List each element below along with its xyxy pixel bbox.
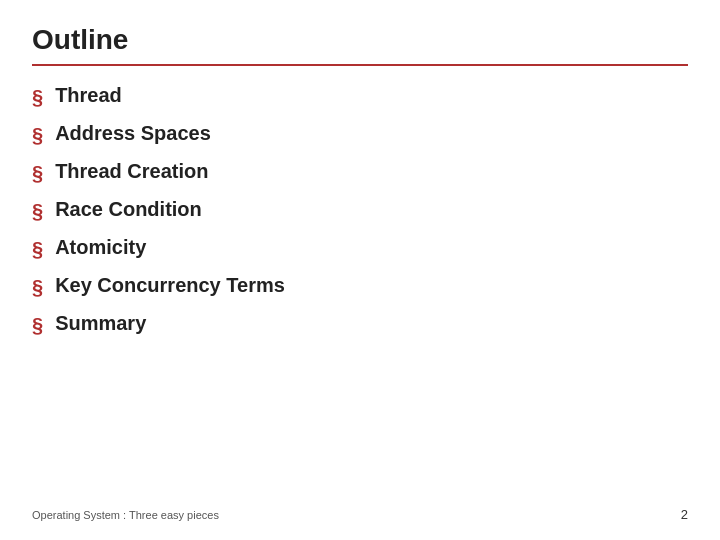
footer-left: Operating System : Three easy pieces [32,509,219,521]
list-item: § Thread Creation [32,160,688,186]
footer-page-number: 2 [681,507,688,522]
item-label: Thread Creation [55,160,208,183]
bullet-icon: § [32,312,43,338]
bullet-icon: § [32,84,43,110]
list-item: § Key Concurrency Terms [32,274,688,300]
bullet-icon: § [32,274,43,300]
list-item: § Race Condition [32,198,688,224]
list-item: § Thread [32,84,688,110]
item-label: Summary [55,312,146,335]
bullet-icon: § [32,236,43,262]
item-label: Thread [55,84,122,107]
item-label: Atomicity [55,236,146,259]
list-item: § Summary [32,312,688,338]
bullet-icon: § [32,122,43,148]
page-title: Outline [32,24,688,56]
list-item: § Address Spaces [32,122,688,148]
item-label: Race Condition [55,198,202,221]
outline-list: § Thread § Address Spaces § Thread Creat… [32,84,688,338]
bullet-icon: § [32,198,43,224]
item-label: Address Spaces [55,122,211,145]
footer: Operating System : Three easy pieces 2 [32,507,688,522]
bullet-icon: § [32,160,43,186]
slide: Outline § Thread § Address Spaces § Thre… [0,0,720,540]
title-divider [32,64,688,66]
list-item: § Atomicity [32,236,688,262]
item-label: Key Concurrency Terms [55,274,285,297]
